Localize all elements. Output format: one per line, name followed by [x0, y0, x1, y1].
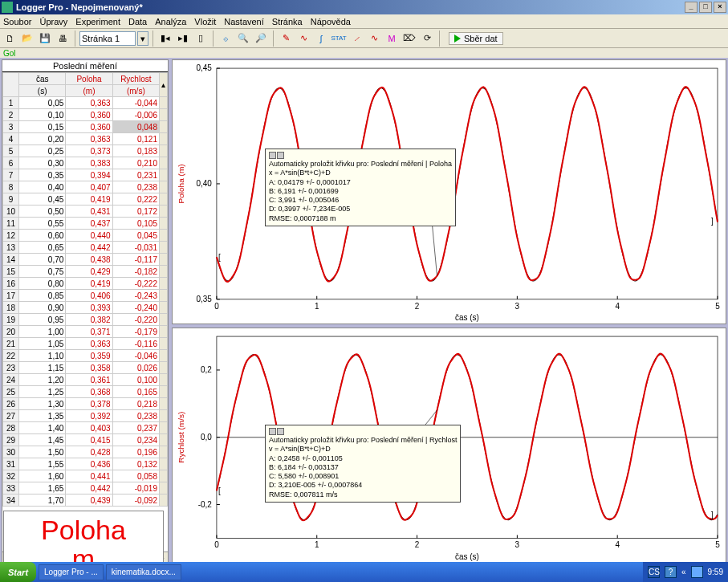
- table-row[interactable]: 291,450,4150,234: [3, 434, 168, 446]
- svg-text:[: [: [218, 486, 221, 495]
- menu-stránka[interactable]: Stránka: [272, 17, 303, 26]
- menu-experiment[interactable]: Experiment: [75, 17, 120, 26]
- table-row[interactable]: 281,400,4030,237: [3, 422, 168, 434]
- zoom-in-icon[interactable]: 🔍: [235, 31, 251, 47]
- table-row[interactable]: 221,100,359-0,046: [3, 350, 168, 362]
- table-row[interactable]: 10,050,363-0,044: [3, 97, 168, 109]
- table-row[interactable]: 160,800,419-0,222: [3, 278, 168, 290]
- model-icon[interactable]: M: [384, 31, 400, 47]
- fit-box-rychlost[interactable]: Automaticky proložit křivku pro: Posledn…: [265, 425, 461, 503]
- table-row[interactable]: 201,000,371-0,179: [3, 326, 168, 338]
- table-row[interactable]: 271,350,3920,238: [3, 410, 168, 422]
- chart-poloha[interactable]: 0,350,400,45012345[]Poloha (m)čas (s) Au…: [172, 59, 726, 324]
- table-row[interactable]: 211,050,363-0,116: [3, 338, 168, 350]
- maximize-button[interactable]: □: [699, 2, 712, 13]
- table-row[interactable]: 120,600,4400,045: [3, 230, 168, 242]
- strike-icon[interactable]: ⌦: [401, 31, 417, 47]
- table-row[interactable]: 231,150,3580,026: [3, 362, 168, 374]
- table-row[interactable]: 170,850,406-0,243: [3, 290, 168, 302]
- chart-rychlost[interactable]: -0,20,00,2012345[]Rychlost (m/s)čas (s) …: [172, 328, 726, 564]
- table-row[interactable]: 341,700,439-0,092: [3, 494, 168, 507]
- examine-icon[interactable]: ✎: [278, 31, 294, 47]
- menu-vložit[interactable]: Vložit: [194, 17, 216, 26]
- device-icon[interactable]: ▯: [193, 31, 209, 47]
- table-row[interactable]: 40,200,3630,121: [3, 133, 168, 145]
- table-row[interactable]: 80,400,4070,238: [3, 181, 168, 193]
- data-table[interactable]: časPolohaRychlost▴(s)(m)(m/s) 10,050,363…: [2, 72, 168, 507]
- table-row[interactable]: 100,500,4310,172: [3, 206, 168, 218]
- table-row[interactable]: 180,900,393-0,240: [3, 302, 168, 314]
- svg-text:[: [: [218, 253, 221, 262]
- curve-fit-icon[interactable]: ∿: [366, 31, 382, 47]
- close-button[interactable]: ×: [714, 2, 726, 13]
- tangent-icon[interactable]: ∿: [295, 31, 311, 47]
- fit-A: A: 0,04179 +/- 0,0001017: [269, 178, 452, 187]
- integral-icon[interactable]: ∫: [313, 31, 329, 47]
- open-icon[interactable]: 📂: [19, 31, 35, 47]
- window-title: Logger Pro - Nepojmenovaný*: [16, 2, 143, 12]
- svg-text:]: ]: [711, 511, 714, 519]
- table-row[interactable]: 251,250,3680,165: [3, 386, 168, 398]
- table-row[interactable]: 140,700,438-0,117: [3, 254, 168, 266]
- zoom-out-icon[interactable]: 🔎: [253, 31, 269, 47]
- table-row[interactable]: 60,300,3830,210: [3, 157, 168, 169]
- print-icon[interactable]: 🖶: [55, 31, 71, 47]
- menu-data[interactable]: Data: [128, 17, 147, 26]
- page-selector[interactable]: [79, 31, 136, 46]
- help-icon[interactable]: ?: [665, 566, 677, 578]
- table-row[interactable]: 130,650,442-0,031: [3, 242, 168, 254]
- autoscale-icon[interactable]: ⟐: [218, 31, 234, 47]
- save-icon[interactable]: 💾: [37, 31, 53, 47]
- table-row[interactable]: 110,550,4370,105: [3, 218, 168, 230]
- menu-úpravy[interactable]: Úpravy: [39, 17, 67, 26]
- table-row[interactable]: 321,600,4410,058: [3, 470, 168, 482]
- tray-arrow-icon[interactable]: «: [681, 568, 686, 576]
- menu-nastavení[interactable]: Nastavení: [224, 17, 264, 26]
- menu-analýza[interactable]: Analýza: [155, 17, 186, 26]
- table-row[interactable]: 20,100,360-0,006: [3, 109, 168, 121]
- table-row[interactable]: 241,200,3610,100: [3, 374, 168, 386]
- stats-icon[interactable]: STAT: [331, 31, 347, 47]
- linear-fit-icon[interactable]: ⟋: [348, 31, 364, 47]
- taskbar-item[interactable]: Logger Pro - ...: [39, 564, 104, 580]
- svg-text:3: 3: [515, 302, 520, 311]
- network-icon[interactable]: [691, 566, 703, 578]
- table-row[interactable]: 311,550,4360,132: [3, 458, 168, 470]
- toolbar: 🗋 📂 💾 🖶 ▾ ▮◂ ▸▮ ▯ ⟐ 🔍 🔎 ✎ ∿ ∫ STAT ⟋ ∿ M…: [0, 29, 728, 48]
- menu-soubor[interactable]: Soubor: [3, 17, 31, 26]
- svg-text:Rychlost (m/s): Rychlost (m/s): [177, 412, 185, 463]
- table-row[interactable]: 70,350,3940,231: [3, 169, 168, 181]
- lang-icon[interactable]: CS: [648, 566, 660, 578]
- new-icon[interactable]: 🗋: [2, 31, 18, 47]
- collect-button[interactable]: Sběr dat: [449, 32, 503, 45]
- table-row[interactable]: 30,150,3600,048: [3, 121, 168, 133]
- menubar: SouborÚpravyExperimentDataAnalýzaVložitN…: [0, 14, 728, 29]
- table-row[interactable]: 261,300,3780,218: [3, 398, 168, 410]
- page-dropdown-icon[interactable]: ▾: [137, 31, 148, 46]
- system-tray[interactable]: CS ? « 9:59: [643, 562, 728, 582]
- start-button[interactable]: Start: [0, 562, 36, 582]
- app-icon: [2, 2, 13, 13]
- table-row[interactable]: 301,500,4280,196: [3, 446, 168, 458]
- prev-icon[interactable]: ▮◂: [157, 31, 173, 47]
- fitbox-close-icon[interactable]: [269, 152, 276, 159]
- fitbox-close-icon[interactable]: [269, 428, 276, 435]
- fit-box-poloha[interactable]: Automaticky proložit křivku pro: Posledn…: [265, 149, 456, 226]
- table-row[interactable]: 50,250,3730,183: [3, 145, 168, 157]
- fitbox-opts-icon[interactable]: [277, 428, 284, 435]
- taskbar-item[interactable]: kinematika.docx...: [106, 564, 181, 580]
- table-row[interactable]: 150,750,429-0,182: [3, 266, 168, 278]
- table-row[interactable]: 190,950,382-0,220: [3, 314, 168, 326]
- minimize-button[interactable]: _: [685, 2, 697, 13]
- svg-text:čas (s): čas (s): [455, 313, 479, 322]
- svg-text:0: 0: [214, 302, 219, 311]
- restore-icon[interactable]: ⟳: [419, 31, 435, 47]
- fitbox-opts-icon[interactable]: [277, 152, 284, 159]
- table-row[interactable]: 331,650,442-0,019: [3, 482, 168, 494]
- next-icon[interactable]: ▸▮: [175, 31, 191, 47]
- clock[interactable]: 9:59: [708, 568, 723, 576]
- table-row[interactable]: 90,450,4190,222: [3, 193, 168, 206]
- svg-text:2: 2: [415, 302, 420, 311]
- menu-nápověda[interactable]: Nápověda: [311, 17, 351, 26]
- table-title: Poslední měření: [2, 60, 168, 72]
